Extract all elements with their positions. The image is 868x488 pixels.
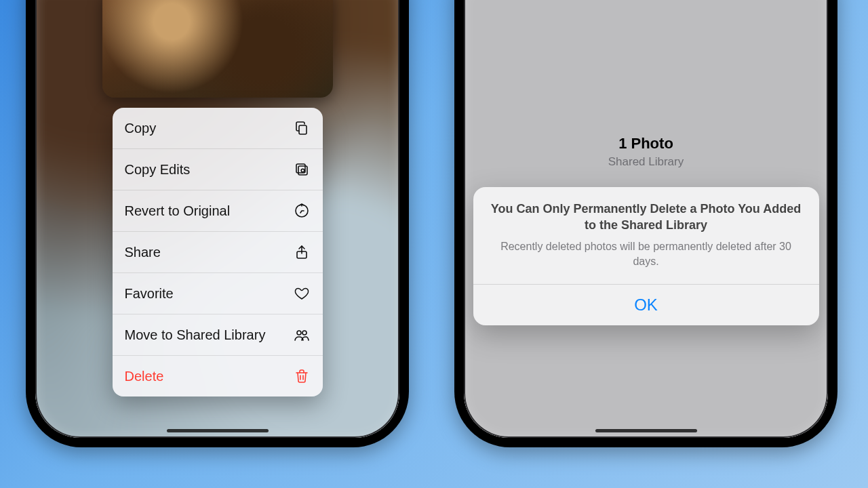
menu-item-label: Copy Edits bbox=[125, 162, 191, 178]
revert-icon bbox=[293, 202, 311, 220]
menu-item-copy-edits[interactable]: Copy Edits bbox=[113, 149, 323, 190]
phone-left: Copy Copy Edits Revert to Original bbox=[26, 0, 409, 447]
menu-item-label: Copy bbox=[125, 121, 157, 136]
svg-point-3 bbox=[301, 169, 304, 172]
share-icon bbox=[293, 243, 311, 261]
phone-right: 1 Photo Shared Library You Can Only Perm… bbox=[454, 0, 837, 447]
trash-icon bbox=[293, 367, 311, 385]
stage: Copy Copy Edits Revert to Original bbox=[0, 0, 868, 488]
alert-message: Recently deleted photos will be permanen… bbox=[488, 239, 804, 270]
photo-preview-thumbnail[interactable] bbox=[102, 0, 333, 98]
home-indicator[interactable] bbox=[595, 429, 697, 432]
menu-item-label: Share bbox=[125, 245, 161, 260]
menu-item-favorite[interactable]: Favorite bbox=[113, 273, 323, 314]
menu-item-share[interactable]: Share bbox=[113, 232, 323, 273]
svg-point-6 bbox=[297, 331, 301, 335]
copy-icon bbox=[293, 119, 311, 137]
alert-body: You Can Only Permanently Delete a Photo … bbox=[473, 187, 819, 284]
svg-rect-1 bbox=[298, 166, 307, 175]
screen-right: 1 Photo Shared Library You Can Only Perm… bbox=[464, 0, 828, 438]
menu-item-copy[interactable]: Copy bbox=[113, 108, 323, 149]
heart-icon bbox=[293, 285, 311, 302]
menu-item-label: Revert to Original bbox=[125, 203, 231, 219]
menu-item-revert[interactable]: Revert to Original bbox=[113, 190, 323, 232]
photo-context-menu: Copy Copy Edits Revert to Original bbox=[113, 108, 323, 396]
alert-title: You Can Only Permanently Delete a Photo … bbox=[488, 201, 804, 234]
menu-item-label: Favorite bbox=[125, 286, 174, 302]
menu-item-label: Move to Shared Library bbox=[125, 327, 266, 343]
selection-subtitle: Shared Library bbox=[464, 155, 828, 169]
home-indicator[interactable] bbox=[167, 429, 269, 432]
svg-point-7 bbox=[302, 331, 307, 335]
menu-item-delete[interactable]: Delete bbox=[113, 356, 323, 396]
alert-ok-button[interactable]: OK bbox=[473, 285, 819, 325]
people-icon bbox=[293, 326, 311, 344]
svg-rect-0 bbox=[299, 125, 307, 134]
selection-summary: 1 Photo Shared Library bbox=[464, 135, 828, 169]
screen-left: Copy Copy Edits Revert to Original bbox=[35, 0, 399, 438]
menu-item-label: Delete bbox=[125, 369, 164, 384]
copy-edits-icon bbox=[293, 161, 311, 178]
selection-count: 1 Photo bbox=[464, 135, 828, 152]
alert-dialog: You Can Only Permanently Delete a Photo … bbox=[473, 187, 819, 325]
menu-item-move-shared-library[interactable]: Move to Shared Library bbox=[113, 314, 323, 356]
